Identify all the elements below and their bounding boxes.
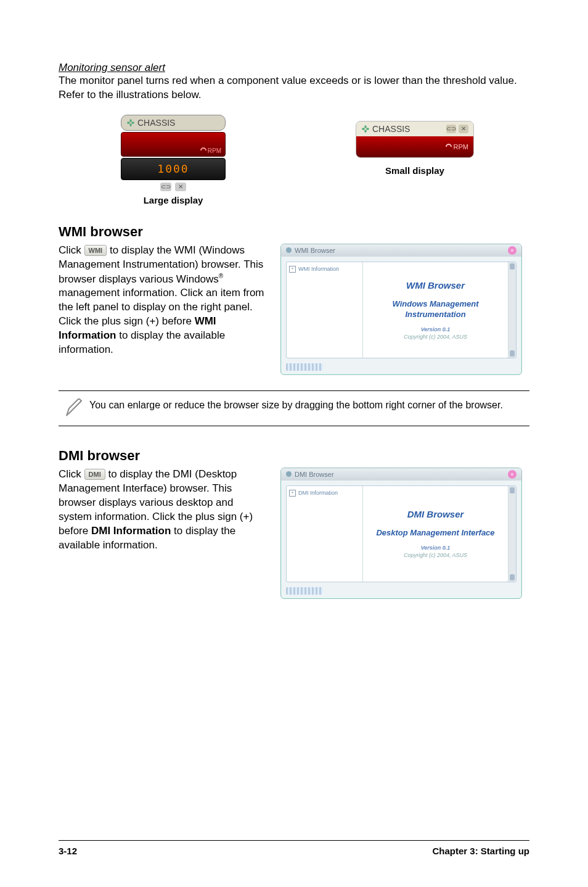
wmi-para-prefix: Click xyxy=(59,244,84,256)
close-icon[interactable]: × xyxy=(508,246,517,255)
dmi-titlebar-text: DMI Browser xyxy=(295,471,334,478)
page: Monitoring sensor alert The monitor pane… xyxy=(0,0,588,887)
dmi-titlebar: DMI Browser × xyxy=(281,468,521,481)
dmi-version: Version 0.1 xyxy=(421,545,451,551)
wmi-main-panel: WMI Browser Windows Management Instrumen… xyxy=(363,262,508,358)
dmi-sidebar: +DMI Information xyxy=(287,486,363,582)
scrollbar[interactable] xyxy=(508,262,516,358)
wmi-para-body-2: management information. Click an item fr… xyxy=(59,287,264,327)
sensor-alert-body: The monitor panel turns red when a compo… xyxy=(59,74,529,102)
close-icon[interactable]: × xyxy=(508,470,517,479)
dmi-paragraph: Click DMI to display the DMI (Desktop Ma… xyxy=(59,468,268,553)
dmi-copyright: Copyright (c) 2004, ASUS xyxy=(404,552,467,558)
wmi-tree-label: WMI Information xyxy=(298,266,339,272)
dmi-tree-root[interactable]: +DMI Information xyxy=(289,490,360,497)
wmi-version: Version 0.1 xyxy=(421,326,451,332)
gauge-large-value: 1000 xyxy=(157,162,189,175)
wmi-window-col: WMI Browser × +WMI Information WMI Brows… xyxy=(280,244,529,375)
section-wmi: WMI browser Click WMI to display the WMI… xyxy=(59,224,529,375)
link-icon: ⊂⊃ xyxy=(446,125,456,133)
gauge-large-footer-icons: ⊂⊃ ✕ xyxy=(121,183,226,191)
note-block: You can enlarge or reduce the browser si… xyxy=(59,390,529,426)
wmi-copyright: Copyright (c) 2004, ASUS xyxy=(404,334,467,340)
gauge-small: CHASSIS ⊂⊃ ✕ RPM xyxy=(356,121,474,158)
wmi-title: WMI browser xyxy=(59,224,529,240)
dmi-browser-window: DMI Browser × +DMI Information DMI Brows… xyxy=(280,468,522,599)
footer-chapter: Chapter 3: Starting up xyxy=(432,846,529,856)
gauge-small-label: CHASSIS xyxy=(372,124,410,134)
dmi-content: +DMI Information DMI Browser Desktop Man… xyxy=(286,485,517,582)
wmi-chip-button[interactable]: WMI xyxy=(84,245,107,256)
footer-divider xyxy=(59,840,529,841)
dmi-bold-term: DMI Information xyxy=(91,525,171,537)
gauge-large-rpm-label: RPM xyxy=(208,147,221,154)
speedometer-icon xyxy=(446,144,452,150)
wmi-paragraph: Click WMI to display the WMI (Windows Ma… xyxy=(59,244,268,357)
dmi-chip-button[interactable]: DMI xyxy=(84,469,105,480)
gauge-large-red-zone: RPM xyxy=(121,132,226,157)
window-icon xyxy=(286,471,292,477)
resize-grip[interactable] xyxy=(286,363,323,371)
resize-grip[interactable] xyxy=(286,587,323,595)
large-display-caption: Large display xyxy=(59,195,288,205)
gauge-small-red-zone: RPM xyxy=(356,136,473,157)
dmi-main-title: DMI Browser xyxy=(407,509,464,519)
dmi-para-prefix: Click xyxy=(59,468,84,480)
rpm-icon: RPM xyxy=(200,147,221,154)
link-icon: ⊂⊃ xyxy=(160,183,171,191)
gauge-large-label: CHASSIS xyxy=(137,118,175,128)
gauge-small-rpm-label: RPM xyxy=(454,143,468,151)
sensor-alert-heading: Monitoring sensor alert xyxy=(59,62,529,74)
wmi-titlebar-text: WMI Browser xyxy=(295,247,335,254)
plus-icon[interactable]: + xyxy=(289,490,296,497)
gauge-large-header: CHASSIS xyxy=(121,115,226,131)
scrollbar[interactable] xyxy=(508,486,516,582)
dmi-main-subtitle: Desktop Management Interface xyxy=(376,528,494,538)
wmi-sidebar: +WMI Information xyxy=(287,262,363,358)
dmi-title: DMI browser xyxy=(59,448,529,464)
close-icon: ✕ xyxy=(459,125,468,133)
gauge-large-readout: 1000 xyxy=(121,158,226,180)
page-footer: 3-12 Chapter 3: Starting up xyxy=(59,846,529,856)
small-display-block: CHASSIS ⊂⊃ ✕ RPM Small displ xyxy=(300,109,529,176)
wmi-tree-root[interactable]: +WMI Information xyxy=(289,266,360,273)
dmi-window-col: DMI Browser × +DMI Information DMI Brows… xyxy=(280,468,529,599)
wmi-main-subtitle: Windows Management Instrumentation xyxy=(365,299,505,320)
plus-icon[interactable]: + xyxy=(289,266,296,273)
wmi-main-title: WMI Browser xyxy=(406,280,465,291)
section-sensor-alert: Monitoring sensor alert The monitor pane… xyxy=(59,62,529,205)
pencil-icon xyxy=(59,398,89,418)
dmi-main-panel: DMI Browser Desktop Management Interface… xyxy=(363,486,508,582)
registered-symbol: ® xyxy=(219,273,223,279)
fan-icon xyxy=(361,125,370,133)
close-icon: ✕ xyxy=(175,183,186,191)
large-display-block: CHASSIS RPM 1000 ⊂⊃ ✕ xyxy=(59,109,288,205)
window-icon xyxy=(286,247,292,253)
small-display-caption: Small display xyxy=(300,165,529,176)
section-dmi: DMI browser Click DMI to display the DMI… xyxy=(59,448,529,599)
footer-page-number: 3-12 xyxy=(59,846,77,856)
gauge-large: CHASSIS RPM 1000 ⊂⊃ ✕ xyxy=(121,115,226,191)
wmi-browser-window: WMI Browser × +WMI Information WMI Brows… xyxy=(280,244,522,375)
gauge-small-header: CHASSIS ⊂⊃ ✕ xyxy=(356,122,473,136)
note-text: You can enlarge or reduce the browser si… xyxy=(89,398,529,412)
fan-icon xyxy=(126,118,135,127)
wmi-content: +WMI Information WMI Browser Windows Man… xyxy=(286,262,517,358)
speedometer-icon xyxy=(200,147,206,154)
dmi-tree-label: DMI Information xyxy=(298,490,338,496)
rpm-icon: RPM xyxy=(446,143,468,151)
wmi-titlebar: WMI Browser × xyxy=(281,244,521,257)
